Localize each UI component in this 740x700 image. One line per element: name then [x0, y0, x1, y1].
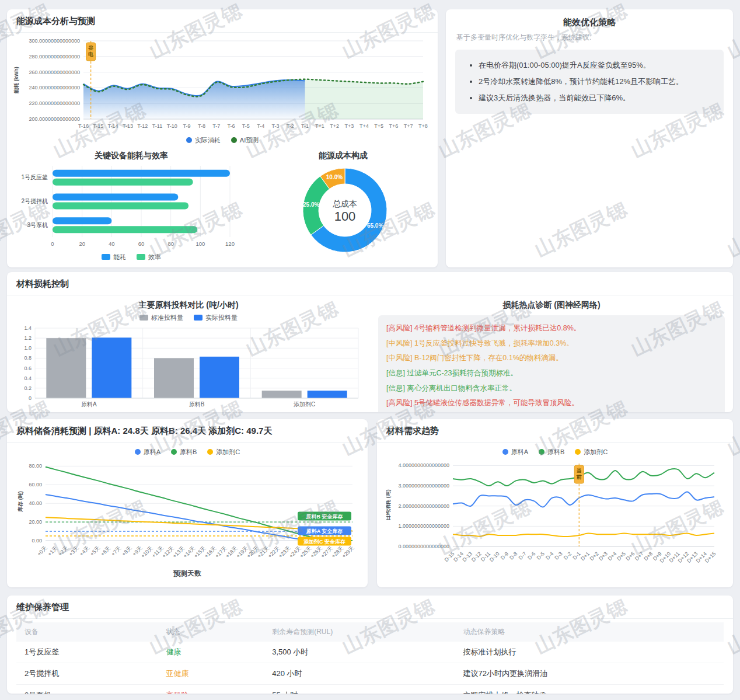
svg-text:40.00: 40.00 — [29, 500, 42, 506]
table-header-row: 设备状态剩余寿命预测(RUL)动态保养策略 — [16, 622, 724, 642]
svg-text:当: 当 — [577, 468, 582, 473]
legend-label: 原料B — [547, 448, 564, 457]
legend-item[interactable]: 实际投料量 — [194, 314, 238, 322]
legend-label: 原料A — [511, 448, 528, 457]
column-header[interactable]: 状态 — [158, 622, 264, 642]
reserve-forecast-chart[interactable]: 0.0020.0040.0060.0080.00+0天+1天+2天+3天+4天+… — [7, 458, 368, 570]
table-row[interactable]: 3号泵机高风险55 小时立即安排大修，检查轴承 — [16, 685, 724, 694]
cost-composition-donut[interactable]: 65.0%25.0%10.0%总成本100 — [252, 162, 434, 258]
legend-item[interactable]: 添加剂C — [575, 448, 608, 457]
svg-text:T+8: T+8 — [418, 123, 428, 129]
legend-label: 原料B — [180, 448, 197, 457]
svg-text:T+5: T+5 — [374, 123, 383, 129]
feed-chart-title: 主要原料投料对比 (吨/小时) — [12, 300, 365, 311]
svg-text:D-2: D-2 — [563, 551, 573, 560]
table-row[interactable]: 2号搅拌机亚健康420 小时建议72小时内更换润滑油 — [16, 663, 724, 685]
column-header[interactable]: 设备 — [16, 622, 158, 642]
svg-text:D+8: D+8 — [643, 551, 654, 562]
svg-text:原料A 安全库存: 原料A 安全库存 — [306, 528, 343, 534]
svg-text:80: 80 — [167, 241, 174, 247]
svg-text:2.0000000000000000: 2.0000000000000000 — [398, 503, 449, 509]
svg-text:0: 0 — [29, 395, 32, 401]
legend-item[interactable]: 效率 — [137, 253, 161, 262]
svg-text:100: 100 — [196, 241, 205, 247]
legend-swatch — [137, 254, 145, 260]
legend-label: 原料A — [144, 448, 160, 457]
cell-device: 3号泵机 — [16, 685, 158, 694]
svg-text:+3天: +3天 — [68, 545, 80, 557]
column-header[interactable]: 动态保养策略 — [455, 622, 724, 642]
legend-item[interactable]: 能耗 — [102, 253, 126, 262]
legend-label: AI预测 — [240, 136, 259, 145]
legend-item[interactable]: 原料A — [135, 448, 160, 457]
diagnosis-item: [高风险] 4号输料管道检测到微量泄漏，累计损耗已达0.8%。 — [386, 321, 717, 336]
svg-text:60.00: 60.00 — [29, 482, 42, 487]
svg-text:谷: 谷 — [88, 45, 93, 51]
legend-label: 实际投料量 — [205, 314, 238, 322]
svg-text:T-12: T-12 — [137, 123, 148, 129]
legend-label: 效率 — [148, 253, 161, 262]
svg-text:总成本: 总成本 — [333, 199, 357, 208]
legend-label: 实际消耗 — [195, 136, 221, 145]
svg-text:库存 (吨): 库存 (吨) — [18, 491, 23, 513]
svg-text:80.00: 80.00 — [29, 463, 42, 469]
column-header[interactable]: 剩余寿命预测(RUL) — [264, 622, 455, 642]
svg-text:1号反应釜: 1号反应釜 — [21, 174, 48, 180]
energy-forecast-chart[interactable]: 200.00000000000000220.00000000000000240.… — [11, 34, 434, 134]
svg-text:T-5: T-5 — [242, 123, 250, 129]
svg-text:2号搅拌机: 2号搅拌机 — [21, 198, 48, 204]
svg-text:D+15: D+15 — [704, 551, 717, 563]
legend-item[interactable]: 实际消耗 — [186, 136, 221, 145]
svg-text:280.00000000000000: 280.00000000000000 — [29, 54, 80, 60]
demand-trend-chart[interactable]: 0.00000000000000001.00000000000000002.00… — [377, 458, 733, 578]
svg-text:300.00000000000000: 300.00000000000000 — [29, 38, 80, 44]
svg-text:D-9: D-9 — [500, 551, 509, 560]
svg-text:220.00000000000000: 220.00000000000000 — [29, 100, 80, 106]
legend-item[interactable]: 原料A — [502, 448, 528, 457]
strategy-title: 能效优化策略 — [446, 9, 733, 30]
svg-text:+1天: +1天 — [47, 545, 59, 557]
svg-text:原料B 安全库存: 原料B 安全库存 — [306, 513, 343, 520]
svg-text:前: 前 — [576, 474, 582, 480]
svg-text:T-16: T-16 — [78, 123, 89, 129]
svg-text:T+6: T+6 — [389, 123, 399, 129]
svg-text:D-10: D-10 — [488, 551, 501, 563]
svg-text:D-6: D-6 — [526, 551, 536, 560]
legend-label: 添加剂C — [216, 448, 240, 457]
svg-text:D+3: D+3 — [598, 551, 609, 562]
cell-rul: 3,500 小时 — [264, 642, 455, 663]
feed-comparison-chart[interactable]: 00.20.40.60.81.01.21.4原料A原料B添加剂C — [12, 323, 365, 411]
legend-swatch — [171, 449, 177, 455]
demand-chart-legend: 原料A原料B添加剂C — [377, 446, 733, 458]
svg-text:0.2: 0.2 — [24, 385, 32, 391]
legend-swatch — [139, 315, 148, 321]
legend-label: 能耗 — [113, 253, 126, 262]
svg-text:D+4: D+4 — [607, 551, 618, 562]
svg-text:T+4: T+4 — [359, 123, 369, 129]
cell-strategy: 立即安排大修，检查轴承 — [455, 685, 724, 694]
svg-text:+8天: +8天 — [121, 545, 133, 557]
diagnosis-item: [中风险] 1号反应釜投料过快导致飞溅，损耗率增加0.3%。 — [386, 336, 717, 351]
legend-item[interactable]: 添加剂C — [207, 448, 240, 457]
legend-item[interactable]: 原料B — [171, 448, 197, 457]
table-row[interactable]: 1号反应釜健康3,500 小时按标准计划执行 — [16, 642, 724, 663]
svg-text:添加剂C: 添加剂C — [294, 401, 315, 408]
legend-item[interactable]: 标准投料量 — [139, 314, 183, 322]
reserve-xaxis-title: 预测天数 — [7, 569, 368, 579]
legend-swatch — [135, 449, 141, 455]
legend-swatch — [186, 137, 192, 143]
panel-maintenance: 维护保养管理 设备状态剩余寿命预测(RUL)动态保养策略 1号反应釜健康3,50… — [7, 595, 733, 694]
equipment-energy-chart[interactable]: 0204060801001201号反应釜2号搅拌机3号泵机 — [11, 162, 252, 251]
diagnosis-item: [中风险] B-12阀门密封性下降，存在0.1%的物料滴漏。 — [386, 351, 717, 366]
equipment-chart-legend: 能耗效率 — [11, 251, 252, 263]
svg-text:能耗 (kWh): 能耗 (kWh) — [13, 67, 19, 94]
legend-item[interactable]: AI预测 — [231, 136, 259, 145]
svg-text:T+3: T+3 — [345, 123, 354, 129]
svg-text:65.0%: 65.0% — [367, 222, 383, 229]
legend-item[interactable]: 原料B — [539, 448, 564, 457]
svg-text:T-14: T-14 — [108, 123, 118, 129]
svg-text:25.0%: 25.0% — [303, 201, 319, 208]
diagnosis-item: [高风险] 5号储罐液位传感器数据异常，可能导致冒顶风险。 — [386, 396, 717, 411]
panel-material-loss: 材料损耗控制 主要原料投料对比 (吨/小时) 标准投料量实际投料量 00.20.… — [7, 272, 733, 412]
svg-text:T-15: T-15 — [93, 123, 103, 129]
